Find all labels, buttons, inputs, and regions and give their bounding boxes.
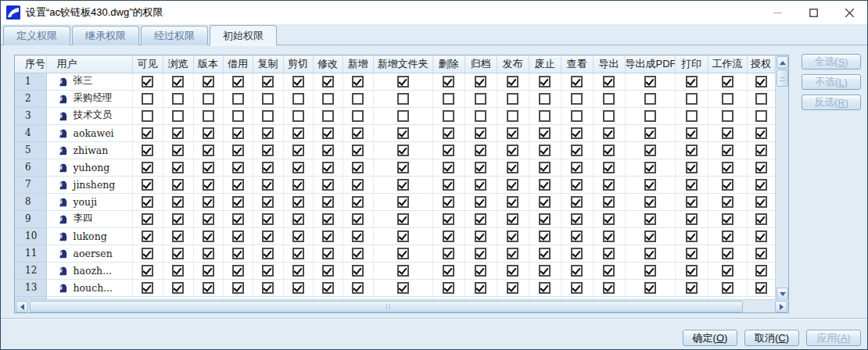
permission-checkbox[interactable] [722,110,733,122]
permission-checkbox[interactable] [203,265,214,277]
permission-checkbox[interactable] [571,127,583,139]
permission-checkbox[interactable] [475,265,486,277]
permission-checkbox[interactable] [232,196,244,208]
permission-checkbox[interactable] [755,213,767,225]
permission-checkbox[interactable] [142,196,153,208]
permission-checkbox[interactable] [352,230,364,242]
permission-checkbox[interactable] [292,127,304,139]
permission-checkbox[interactable] [443,127,454,139]
permission-checkbox[interactable] [292,230,304,242]
permission-checkbox[interactable] [686,179,698,191]
permission-checkbox[interactable] [397,196,409,208]
permission-checkbox[interactable] [172,248,184,259]
permission-checkbox[interactable] [571,282,583,294]
permission-checkbox[interactable] [722,93,733,105]
tab-2[interactable]: 继承权限 [72,26,139,45]
tab-1[interactable]: 定义权限 [3,26,70,45]
permission-checkbox[interactable] [539,145,551,156]
permission-checkbox[interactable] [755,282,767,294]
permission-checkbox[interactable] [232,265,244,277]
permission-checkbox[interactable] [262,282,274,294]
permission-checkbox[interactable] [292,265,304,277]
permission-checkbox[interactable] [686,110,698,122]
permission-checkbox[interactable] [475,213,486,225]
cancel-button[interactable]: 取消(C) [744,330,799,346]
permission-checkbox[interactable] [686,76,698,88]
permission-checkbox[interactable] [539,265,551,277]
permission-checkbox[interactable] [322,213,334,225]
permission-checkbox[interactable] [142,76,153,88]
permission-checkbox[interactable] [172,145,184,156]
permission-checkbox[interactable] [722,248,733,259]
permission-checkbox[interactable] [475,248,486,259]
permission-checkbox[interactable] [539,179,551,191]
permission-checkbox[interactable] [475,127,486,139]
permission-checkbox[interactable] [571,213,583,225]
permission-checkbox[interactable] [571,265,583,277]
permission-checkbox[interactable] [397,127,409,139]
permission-checkbox[interactable] [722,145,733,156]
permission-checkbox[interactable] [507,145,518,156]
permission-checkbox[interactable] [172,282,184,294]
permission-checkbox[interactable] [142,282,153,294]
permission-checkbox[interactable] [352,145,364,156]
permission-checkbox[interactable] [262,93,274,105]
permission-checkbox[interactable] [603,162,615,173]
permission-checkbox[interactable] [755,127,767,139]
permission-checkbox[interactable] [755,230,767,242]
permission-checkbox[interactable] [475,282,486,294]
permission-checkbox[interactable] [443,76,454,88]
permission-checkbox[interactable] [352,196,364,208]
permission-checkbox[interactable] [262,76,274,88]
permission-checkbox[interactable] [443,196,454,208]
permission-checkbox[interactable] [352,282,364,294]
permission-checkbox[interactable] [203,110,214,122]
permission-checkbox[interactable] [262,196,274,208]
permission-checkbox[interactable] [686,282,698,294]
permission-checkbox[interactable] [352,93,364,105]
permission-checkbox[interactable] [443,145,454,156]
invert-selection-button[interactable]: 反选(R) [802,95,861,110]
vertical-scrollbar[interactable] [775,55,788,301]
permission-checkbox[interactable] [603,282,615,294]
permission-checkbox[interactable] [686,230,698,242]
permission-checkbox[interactable] [603,230,615,242]
permission-checkbox[interactable] [172,230,184,242]
permission-checkbox[interactable] [397,93,409,105]
permission-checkbox[interactable] [755,248,767,259]
permission-checkbox[interactable] [397,179,409,191]
permission-checkbox[interactable] [571,248,583,259]
permission-checkbox[interactable] [644,145,656,156]
permission-checkbox[interactable] [292,179,304,191]
permission-checkbox[interactable] [603,110,615,122]
vertical-scroll-thumb[interactable] [777,70,788,87]
permission-checkbox[interactable] [322,162,334,173]
permission-checkbox[interactable] [292,76,304,88]
permission-checkbox[interactable] [262,110,274,122]
permission-checkbox[interactable] [142,145,153,156]
permission-checkbox[interactable] [142,179,153,191]
permission-checkbox[interactable] [571,76,583,88]
permission-checkbox[interactable] [352,248,364,259]
permission-checkbox[interactable] [686,127,698,139]
permission-checkbox[interactable] [507,110,518,122]
permission-checkbox[interactable] [603,248,615,259]
horizontal-scrollbar[interactable] [15,299,788,312]
permission-checkbox[interactable] [322,93,334,105]
permission-checkbox[interactable] [203,76,214,88]
permission-checkbox[interactable] [686,213,698,225]
permission-checkbox[interactable] [539,162,551,173]
permission-checkbox[interactable] [755,196,767,208]
permission-checkbox[interactable] [203,196,214,208]
select-all-button[interactable]: 全选(S) [802,54,861,70]
permission-checkbox[interactable] [142,265,153,277]
permission-checkbox[interactable] [755,145,767,156]
permission-checkbox[interactable] [203,282,214,294]
permission-checkbox[interactable] [172,110,184,122]
permission-checkbox[interactable] [203,213,214,225]
permission-checkbox[interactable] [571,230,583,242]
permission-checkbox[interactable] [644,230,656,242]
permission-checkbox[interactable] [571,196,583,208]
permission-checkbox[interactable] [571,110,583,122]
permission-checkbox[interactable] [443,162,454,173]
